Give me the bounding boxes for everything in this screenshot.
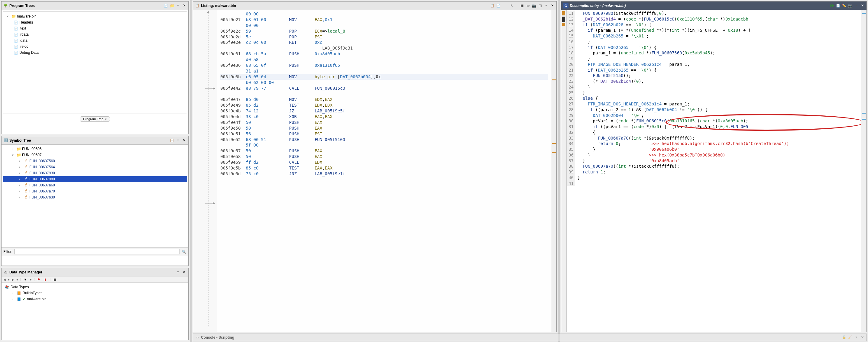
function-item[interactable]: ›fFUN_00607a70: [3, 188, 187, 194]
new-folder-icon[interactable]: 📄: [163, 3, 168, 8]
function-item[interactable]: ›fFUN_00607b30: [3, 194, 187, 200]
tree-folder[interactable]: ∨FUN_00607: [3, 152, 187, 158]
function-icon: f: [24, 195, 28, 200]
tree-icon: 🌳: [3, 3, 8, 8]
page-icon: [14, 20, 18, 25]
menu-dropdown-icon[interactable]: [176, 270, 180, 275]
edit-icon[interactable]: ✏️: [842, 3, 846, 8]
diff-icon[interactable]: ▭: [526, 3, 530, 8]
snapshot-icon[interactable]: [848, 3, 852, 8]
filter-input[interactable]: [14, 249, 180, 254]
back-icon[interactable]: [3, 278, 6, 281]
program-tree-tab[interactable]: Program Tree×: [80, 116, 110, 122]
chevron-down-icon[interactable]: ∨: [12, 153, 16, 156]
close-tab-icon[interactable]: ×: [104, 117, 106, 121]
chevron-right-icon[interactable]: ›: [12, 148, 16, 151]
tree-item[interactable]: .rdata: [5, 31, 185, 37]
filter-icon[interactable]: ▼: [23, 277, 28, 282]
cursor-icon[interactable]: ↖: [509, 3, 514, 8]
clear-icon[interactable]: 🧹: [848, 335, 852, 340]
close-icon[interactable]: [550, 3, 555, 8]
expand-icon[interactable]: ∨: [7, 15, 10, 18]
close-icon[interactable]: [860, 335, 865, 340]
menu-dropdown-icon[interactable]: [176, 3, 180, 8]
tree-label: Debug Data: [19, 51, 39, 55]
function-item[interactable]: ›fFUN_00607560: [3, 158, 187, 164]
chevron-right-icon[interactable]: ›: [19, 196, 23, 199]
collapse-icon[interactable]: ⊟: [52, 277, 57, 282]
vertical-splitter[interactable]: [190, 0, 192, 342]
toggle-icon[interactable]: ◫: [538, 3, 542, 8]
listing-content[interactable]: 00 00 005f9e27 b8 01 00 MOV EAX,0x1 00 0…: [217, 10, 551, 332]
close-icon[interactable]: [182, 270, 186, 275]
folder-icon: [17, 147, 21, 151]
close-icon[interactable]: [860, 3, 865, 8]
flag-icon[interactable]: ⚑: [36, 277, 41, 282]
highlight-icon[interactable]: ▮: [43, 277, 48, 282]
tree-label: .rdata: [19, 32, 29, 36]
chevron-right-icon[interactable]: ›: [12, 291, 16, 294]
function-label: FUN_00607980: [29, 177, 55, 181]
tree-folder[interactable]: ›FUN_00606: [3, 146, 187, 152]
overview-ruler[interactable]: [861, 10, 867, 332]
chevron-right-icon[interactable]: ›: [19, 159, 23, 162]
listing-title: Listing: malware.bin: [201, 4, 489, 8]
function-item[interactable]: ›fFUN_00607564: [3, 164, 187, 170]
function-item[interactable]: ›fFUN_00607930: [3, 170, 187, 176]
tree-label: BuiltInTypes: [23, 291, 42, 295]
chevron-right-icon[interactable]: ›: [19, 184, 23, 187]
menu-dropdown-icon[interactable]: [544, 3, 549, 8]
tree-item[interactable]: Debug Data: [5, 50, 185, 56]
paste-icon[interactable]: 📄: [496, 3, 501, 8]
tree-label: Data Types: [10, 285, 29, 289]
function-icon: f: [24, 171, 28, 176]
function-label: FUN_00607b30: [29, 195, 55, 199]
menu-dropdown-icon[interactable]: [854, 3, 859, 8]
function-item[interactable]: ›fFUN_00607a60: [3, 182, 187, 188]
chevron-right-icon[interactable]: ›: [19, 172, 23, 175]
tree-item[interactable]: ›📘✓malware.bin: [3, 296, 187, 302]
forward-icon[interactable]: [12, 278, 14, 281]
close-icon[interactable]: [182, 3, 186, 8]
tree-root[interactable]: ∨ malware.bin: [5, 13, 185, 19]
fields-icon[interactable]: ▦: [520, 3, 524, 8]
config-icon[interactable]: 📋: [169, 138, 175, 143]
chevron-right-icon[interactable]: ›: [12, 298, 16, 301]
page-icon: [14, 51, 18, 55]
function-label: FUN_00607930: [29, 171, 55, 175]
symbol-tree-icon: 🔣: [3, 138, 8, 143]
function-label: FUN_00607560: [29, 159, 55, 163]
chevron-right-icon[interactable]: ›: [19, 190, 23, 193]
tree-item[interactable]: Headers: [5, 19, 185, 25]
overview-ruler[interactable]: [551, 10, 556, 332]
decompile-content[interactable]: 11 FUN_00607980(&stack0xfffffff8,0);12 _…: [567, 10, 861, 332]
snapshot-icon[interactable]: [532, 3, 536, 8]
tree-item[interactable]: .text: [5, 25, 185, 31]
open-folder-icon[interactable]: [169, 3, 175, 8]
refresh-icon[interactable]: [830, 3, 834, 8]
function-icon: f: [24, 189, 28, 194]
function-icon: f: [24, 165, 28, 169]
copy-icon[interactable]: 📋: [490, 3, 495, 8]
chevron-right-icon[interactable]: ›: [19, 178, 23, 181]
function-label: FUN_00607564: [29, 165, 55, 169]
program-trees-title: Program Trees: [9, 4, 162, 8]
tree-label: malware.bin: [27, 297, 46, 301]
close-icon[interactable]: [182, 138, 186, 143]
chevron-right-icon[interactable]: ›: [19, 165, 23, 168]
svg-marker-5: [213, 202, 215, 205]
back-history-icon[interactable]: [7, 278, 10, 281]
menu-dropdown-icon[interactable]: [854, 335, 859, 340]
tree-item[interactable]: ›📙BuiltInTypes: [3, 290, 187, 296]
filter-settings-icon[interactable]: 🔍: [182, 249, 186, 254]
tree-item[interactable]: .data: [5, 37, 185, 43]
tree-item[interactable]: .reloc: [5, 43, 185, 50]
program-trees-body: ∨ malware.bin Headers .text .rdata .data…: [1, 10, 188, 134]
vertical-splitter[interactable]: [558, 0, 560, 342]
function-item-selected[interactable]: ›fFUN_00607980: [3, 176, 187, 182]
fwd-history-icon[interactable]: [16, 278, 19, 281]
menu-dropdown-icon[interactable]: [176, 138, 180, 143]
tree-root[interactable]: 📚Data Types: [3, 284, 187, 290]
export-icon[interactable]: 📄: [836, 3, 840, 8]
lock-icon[interactable]: 🔓: [842, 335, 846, 340]
